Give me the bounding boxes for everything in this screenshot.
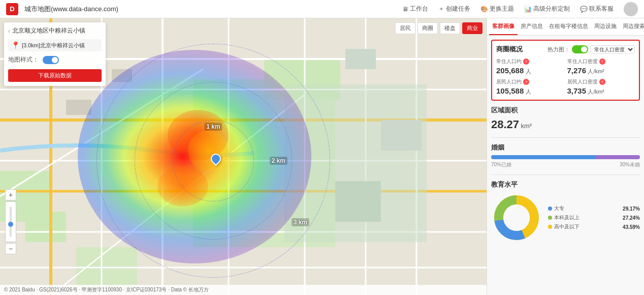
zoom-track xyxy=(10,206,12,237)
legend-label-college: 大专 xyxy=(554,205,621,212)
stat-citizen-density: 居民人口密度 ? 3,735 人/km² xyxy=(567,78,635,96)
donut-container: 大专 29.17% 本科及以上 27.24% 高中及以下 43.59% xyxy=(491,192,640,243)
divider-1 xyxy=(491,137,640,138)
tab-nearby-search[interactable]: 周边搜索 xyxy=(620,18,644,35)
donut-legend: 大专 29.17% 本科及以上 27.24% 高中及以下 43.59% xyxy=(548,205,640,230)
location-pin[interactable] xyxy=(211,154,221,168)
tab-rental-office[interactable]: 在租每字楼信息 xyxy=(546,18,591,35)
marriage-section: 婚姻 70%已婚 30%未婚 xyxy=(491,143,640,168)
merchant-card: 商圈概况 热力图： 常住人口密度 常 xyxy=(491,40,640,101)
zoom-slider[interactable] xyxy=(5,201,16,242)
legend-label-highschool: 高中及以下 xyxy=(554,223,621,230)
stat-resident-density-label: 常住人口密度 ? xyxy=(567,58,635,65)
legend-value-college: 29.17% xyxy=(623,206,640,212)
tab-nearby-facilities[interactable]: 周边设施 xyxy=(591,18,620,35)
merchant-card-header: 商圈概况 热力图： 常住人口密度 xyxy=(496,45,635,54)
heatmap-toggle-switch[interactable] xyxy=(572,45,588,53)
nav-items: 🖥 工作台 ＋ 创建任务 🎨 更换主题 📊 高级分析定制 💬 联系客服 xyxy=(402,2,638,16)
help-icon-1[interactable]: ? xyxy=(599,58,605,65)
app-logo: D xyxy=(6,3,18,15)
area-unit: km² xyxy=(521,122,532,130)
help-icon-2[interactable]: ? xyxy=(523,79,529,85)
donut-chart xyxy=(491,192,542,243)
nav-advanced[interactable]: 📊 高级分析定制 xyxy=(524,5,570,13)
tab-property-info[interactable]: 房产信息 xyxy=(518,18,546,35)
location-marker-icon: 📍 xyxy=(11,41,20,49)
nav-workbench[interactable]: 🖥 工作台 xyxy=(402,5,428,13)
education-section: 教育水平 xyxy=(491,180,640,243)
stat-citizen-value: 105,588 人 xyxy=(496,86,564,96)
heatmap-toggle-row: 热力图： 常住人口密度 xyxy=(548,45,635,54)
contact-icon: 💬 xyxy=(580,6,588,13)
location-row: 📍 [3.0km]北京中粮祥云小镇 xyxy=(8,39,102,51)
theme-icon: 🎨 xyxy=(480,6,488,13)
stat-resident-density: 常住人口密度 ? 7,276 人/km² xyxy=(567,58,635,75)
svg-rect-25 xyxy=(345,49,376,69)
stat-resident-pop: 常住人口约 ? 205,688 人 xyxy=(496,58,564,75)
map-style-row: 地图样式： xyxy=(8,55,102,64)
help-icon-0[interactable]: ? xyxy=(523,58,529,65)
left-panel: ‹ 北京顺义地区中粮祥云小镇 📍 [3.0km]北京中粮祥云小镇 地图样式： 下… xyxy=(4,22,106,86)
stat-resident-label: 常住人口约 ? xyxy=(496,58,564,65)
stat-citizen-density-label: 居民人口密度 ? xyxy=(567,78,635,85)
stat-citizen-density-value: 3,735 人/km² xyxy=(567,86,635,96)
main-content: 1 km 2 km 3 km ‹ 北京顺义地区中粮祥云小镇 📍 [3.0km]北… xyxy=(0,18,644,295)
nav-theme[interactable]: 🎨 更换主题 xyxy=(480,5,514,13)
panel-content: 商圈概况 热力图： 常住人口密度 常 xyxy=(487,36,644,295)
nav-contact[interactable]: 💬 联系客服 xyxy=(580,5,614,13)
divider-2 xyxy=(491,174,640,175)
legend-dot-college xyxy=(548,206,552,211)
btn-commercial[interactable]: 商业 xyxy=(462,22,482,34)
unmarried-segment xyxy=(595,155,640,159)
density-select[interactable]: 常住人口密度 xyxy=(590,45,635,54)
map-area[interactable]: 1 km 2 km 3 km ‹ 北京顺义地区中粮祥云小镇 📍 [3.0km]北… xyxy=(0,18,487,295)
location-label-text: [3.0km]北京中粮祥云小镇 xyxy=(22,42,85,49)
map-style-toggle[interactable] xyxy=(43,56,59,64)
btn-property[interactable]: 楼盘 xyxy=(440,22,460,34)
legend-dot-highschool xyxy=(548,225,552,229)
copyright-text: © 2021 Baidu · GS(2021)6026号 · 甲测资字11009… xyxy=(4,286,209,293)
svg-rect-27 xyxy=(335,181,381,222)
help-icon-3[interactable]: ? xyxy=(599,79,605,85)
svg-rect-24 xyxy=(112,69,132,82)
svg-rect-23 xyxy=(66,100,91,115)
zoom-handle xyxy=(8,222,13,227)
svg-rect-4 xyxy=(25,212,66,242)
legend-value-highschool: 43.59% xyxy=(623,224,640,230)
zoom-in-button[interactable]: + xyxy=(5,189,16,200)
back-arrow-icon: ‹ xyxy=(8,27,10,35)
unmarried-label: 30%未婚 xyxy=(620,161,640,168)
stat-citizen-label: 居民人口约 ? xyxy=(496,78,564,85)
marriage-bar-labels: 70%已婚 30%未婚 xyxy=(491,161,640,168)
area-value: 28.27 xyxy=(491,118,519,131)
svg-rect-26 xyxy=(381,120,422,151)
tab-bar: 客群画像 房产信息 在租每字楼信息 周边设施 周边搜索 xyxy=(487,18,644,36)
zoom-out-button[interactable]: − xyxy=(5,243,16,254)
stat-resident-value: 205,688 人 xyxy=(496,66,564,75)
btn-commercial-circle[interactable]: 商圈 xyxy=(417,22,438,34)
breadcrumb-text: 北京顺义地区中粮祥云小镇 xyxy=(12,26,85,35)
svg-point-32 xyxy=(503,204,530,231)
user-avatar[interactable] xyxy=(624,2,638,16)
btn-resident[interactable]: 居民 xyxy=(395,22,415,34)
toggle-knob xyxy=(52,57,58,63)
plus-icon: ＋ xyxy=(438,5,444,13)
chart-icon: 📊 xyxy=(524,6,532,13)
monitor-icon: 🖥 xyxy=(402,6,408,13)
stat-citizen-pop: 居民人口约 ? 105,588 人 xyxy=(496,78,564,96)
map-top-buttons: 居民 商圈 楼盘 商业 xyxy=(395,22,482,34)
heatmap-toggle-knob xyxy=(581,46,587,52)
header: D 城市地图(www.data-dance.com) 🖥 工作台 ＋ 创建任务 … xyxy=(0,0,644,18)
zoom-controls: + − xyxy=(5,189,16,254)
breadcrumb[interactable]: ‹ 北京顺义地区中粮祥云小镇 xyxy=(8,26,102,35)
download-button[interactable]: 下载原始数据 xyxy=(8,69,102,82)
map-copyright-bar: © 2021 Baidu · GS(2021)6026号 · 甲测资字11009… xyxy=(0,285,487,295)
heatmap-label: 热力图： xyxy=(548,46,570,53)
right-panel: 客群画像 房产信息 在租每字楼信息 周边设施 周边搜索 商圈概况 热力图： 常住… xyxy=(487,18,644,295)
marriage-title: 婚姻 xyxy=(491,143,640,152)
nav-create-task[interactable]: ＋ 创建任务 xyxy=(438,5,470,13)
stat-resident-density-value: 7,276 人/km² xyxy=(567,66,635,75)
area-section: 区域面积 28.27 km² xyxy=(491,106,640,131)
tab-customer-portrait[interactable]: 客群画像 xyxy=(489,18,518,35)
married-segment xyxy=(491,155,595,159)
